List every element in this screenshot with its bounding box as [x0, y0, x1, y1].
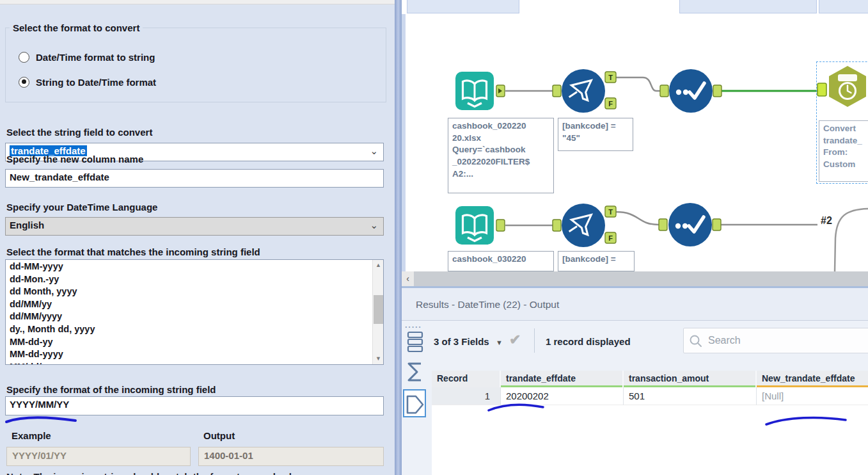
note-text-clipped: Note: The incoming string should match t… [6, 471, 312, 475]
chevron-down-icon[interactable]: ⌄ [370, 145, 378, 157]
svg-text:F: F [608, 234, 613, 242]
format-option[interactable]: dd/MM/yy [6, 298, 372, 311]
new-trandate-effdate-cell[interactable]: [Null] [757, 387, 868, 405]
panel-grip-icon[interactable]: ····· [405, 322, 422, 332]
search-box[interactable] [683, 328, 868, 353]
format-option[interactable]: dy., Month dd, yyyy [6, 323, 372, 336]
output-value-field: 1400-01-01 [198, 447, 384, 466]
format-list-scrollbar[interactable]: ▲ ▼ [372, 260, 383, 364]
language-label: Specify your DateTime Language [6, 202, 157, 213]
format-options: dd-MM-yyyydd-Mon.-yydd Month, yyyydd/MM/… [6, 261, 372, 365]
radio-unselected-icon[interactable] [19, 52, 29, 63]
connection-2-label: #2 [821, 215, 832, 227]
column-header-record[interactable]: Record [432, 371, 501, 387]
svg-text:T: T [608, 74, 613, 81]
string-field-label: Select the string field to convert [6, 127, 152, 138]
radio-selected-icon[interactable] [19, 77, 29, 88]
radio-datetime-to-string[interactable]: Date/Time format to string [19, 50, 155, 64]
format-listbox[interactable]: dd-MM-yyyydd-Mon.-yydd Month, yyyydd/MM/… [5, 259, 384, 365]
example-value-field: YYYY/01/YY [6, 447, 191, 466]
column-header-transaction-amout[interactable]: transaction_amout [624, 371, 757, 387]
alteryx-designer-window: Select the format to convert Date/Time f… [0, 0, 868, 475]
transaction-amout-cell[interactable]: 501 [624, 387, 757, 405]
filter2-annotation[interactable]: [bankcode] = [558, 251, 635, 271]
format-direction-group: Select the format to convert Date/Time f… [5, 28, 386, 102]
config-panel-header-bar [0, 0, 395, 4]
output-anchor[interactable] [496, 220, 505, 231]
custom-format-label: Specify the format of the incoming strin… [6, 384, 216, 395]
scroll-left-icon[interactable]: ‹ [402, 271, 414, 286]
scrollbar-thumb[interactable] [374, 295, 383, 324]
format-option[interactable]: MM-dd-yy [6, 336, 372, 349]
metadata-sigma-icon[interactable] [407, 362, 423, 382]
svg-text:F: F [608, 100, 613, 108]
filter1-false-anchor[interactable]: F [605, 98, 616, 109]
input-data-tool-2[interactable] [455, 206, 494, 245]
unique-tool-1[interactable] [669, 69, 713, 113]
output-anchor[interactable] [713, 219, 721, 230]
data-pentagon-icon [405, 392, 425, 418]
language-value: English [10, 220, 44, 230]
scroll-up-icon[interactable]: ▲ [373, 260, 384, 271]
results-title: Results - DateTime (22) - Output [402, 288, 868, 321]
input-anchor[interactable] [659, 219, 667, 230]
input-anchor[interactable] [660, 85, 668, 97]
data-view-selected-box[interactable] [403, 389, 426, 417]
datetime-config-panel: Select the format to convert Date/Time f… [0, 0, 395, 475]
filter2-false-anchor[interactable]: F [605, 232, 616, 243]
filter-tool-2[interactable] [562, 204, 605, 247]
unique-tool-2[interactable] [668, 203, 712, 246]
format-option[interactable]: dd Month, yyyy [6, 286, 372, 298]
format-group-legend: Select the format to convert [10, 22, 143, 33]
wire-2-curve[interactable] [835, 209, 868, 271]
fields-caret-icon[interactable]: ▼ [496, 339, 503, 346]
format-option[interactable]: dd-Mon.-yy [6, 273, 372, 286]
output-anchor[interactable] [713, 85, 722, 97]
format-option[interactable]: dd-MM-yyyy [6, 261, 372, 273]
workflow-canvas[interactable]: T F [402, 0, 868, 286]
table-cells-icon[interactable] [407, 331, 425, 353]
trandate-effdate-cell[interactable]: 20200202 [501, 387, 624, 405]
format-option[interactable]: dd/MM/yyyy [6, 310, 372, 323]
apply-check-icon[interactable]: ✔ [509, 332, 521, 348]
input2-annotation[interactable]: cashbook_030220 [448, 251, 554, 271]
filter1-annotation[interactable]: [bankcode] = "45" [558, 118, 633, 151]
language-dropdown[interactable]: English ⌄ [5, 217, 384, 236]
wire-filter1T-unique1[interactable] [616, 77, 660, 91]
column-header-trandate-effdate[interactable]: trandate_effdate [501, 371, 624, 387]
record-number-cell[interactable]: 1 [432, 387, 501, 405]
filter-tool-1[interactable] [562, 69, 605, 113]
custom-format-input[interactable]: YYYY/MM/YY [5, 396, 384, 415]
toolbar-separator [534, 328, 535, 353]
input-data-tool-1[interactable] [455, 72, 494, 110]
format-option[interactable]: MM-dd-yyyy [6, 348, 372, 361]
wire-filter2T-unique2[interactable] [616, 212, 659, 225]
input-anchor[interactable] [553, 85, 561, 97]
svg-text:T: T [608, 208, 613, 216]
format-list-label: Select the format that matches the incom… [6, 246, 260, 257]
input1-annotation[interactable]: cashbook_020220 20.xlsx Query=`cashbook … [448, 118, 554, 193]
search-icon [689, 334, 703, 348]
filter2-true-anchor[interactable]: T [605, 206, 616, 217]
panel-splitter[interactable] [395, 0, 402, 475]
fields-dropdown[interactable]: 3 of 3 Fields [434, 336, 489, 347]
chevron-down-icon[interactable]: ⌄ [370, 220, 378, 231]
datetime-annotation[interactable]: Convert trandate_ From: Custom [819, 120, 868, 182]
new-column-input[interactable]: New_trandate_effdate [5, 169, 384, 188]
filter1-true-anchor[interactable]: T [605, 72, 616, 83]
column-header-new-trandate-effdate[interactable]: New_trandate_effdate [757, 371, 868, 387]
radio-string-to-datetime[interactable]: String to Date/Time format [19, 75, 156, 89]
example-label: Example [12, 430, 51, 441]
record-count-text: 1 record displayed [546, 336, 631, 347]
format-option[interactable]: MM/dd/yy [6, 361, 372, 365]
input-anchor[interactable] [553, 220, 561, 231]
scroll-down-icon[interactable]: ▼ [373, 353, 384, 364]
search-input[interactable] [707, 331, 868, 350]
canvas-horizontal-scrollbar[interactable]: ‹ [402, 271, 868, 286]
new-column-label: Specify the new column name [6, 154, 143, 165]
results-panel: Results - DateTime (22) - Output ····· 3… [402, 286, 868, 475]
output-label: Output [203, 430, 235, 441]
